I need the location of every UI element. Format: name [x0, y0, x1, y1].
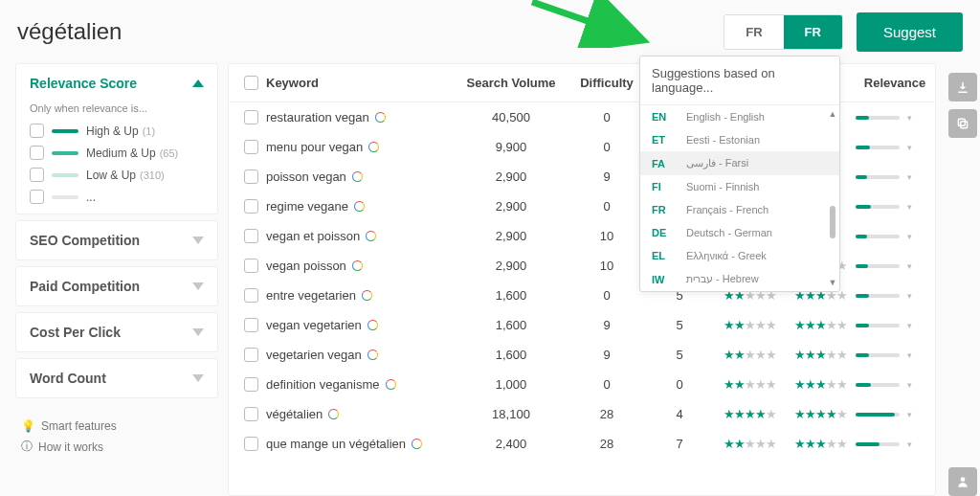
seo-rating: ★★★★★ [714, 407, 785, 421]
smart-features-link[interactable]: 💡 Smart features [21, 419, 212, 433]
chevron-down-icon[interactable]: ▾ [907, 321, 912, 330]
relevance-score-panel-header[interactable]: Relevance Score [16, 64, 217, 102]
row-checkbox[interactable] [244, 169, 258, 184]
chevron-down-icon[interactable]: ▾ [907, 440, 912, 449]
google-icon[interactable] [354, 201, 365, 212]
language-option[interactable]: EL Ελληνικά - Greek [640, 244, 839, 267]
chevron-down-icon[interactable]: ▾ [907, 410, 912, 419]
filter-checkbox[interactable] [30, 146, 44, 160]
table-row[interactable]: végétalien 18,100 28 4 ★★★★★ ★★★★★ ▾ [229, 399, 935, 429]
row-checkbox[interactable] [244, 110, 258, 124]
row-checkbox[interactable] [244, 407, 258, 421]
language-button[interactable]: FR [784, 15, 842, 49]
paid-rating: ★★★★★ [785, 318, 856, 332]
filter-count: (65) [160, 147, 179, 159]
relevance-bar [856, 442, 900, 446]
filter-checkbox[interactable] [30, 168, 44, 182]
chevron-down-icon[interactable]: ▾ [907, 291, 912, 301]
google-icon[interactable] [386, 379, 396, 390]
language-option[interactable]: FA فارسی - Farsi [640, 151, 839, 175]
results-count: 5 [645, 348, 714, 362]
seo-rating: ★★★★★ [714, 377, 785, 392]
filter-checkbox[interactable] [30, 124, 44, 138]
language-option[interactable]: IW עברית - Hebrew [640, 267, 839, 291]
difficulty: 9 [568, 318, 645, 332]
keyword-text: restauration vegan [266, 110, 369, 124]
dropdown-scrollbar[interactable]: ▲ ▼ [828, 109, 837, 287]
row-checkbox[interactable] [244, 229, 258, 243]
filter-checkbox[interactable] [30, 190, 44, 204]
row-checkbox[interactable] [244, 348, 258, 362]
chevron-down-icon[interactable]: ▾ [907, 143, 912, 152]
language-option[interactable]: DE Deutsch - German [640, 221, 839, 244]
country-button[interactable]: FR [724, 15, 783, 49]
language-code: FA [652, 158, 686, 169]
col-search-volume[interactable]: Search Volume [454, 76, 568, 90]
chevron-down-icon[interactable]: ▾ [907, 261, 912, 271]
difficulty: 0 [568, 288, 645, 303]
google-icon[interactable] [368, 349, 378, 360]
user-button[interactable] [948, 467, 977, 496]
chevron-down-icon[interactable]: ▾ [907, 232, 912, 241]
panel-header[interactable]: Cost Per Click [16, 313, 217, 351]
chevron-down-icon[interactable]: ▾ [907, 172, 912, 182]
panel-header[interactable]: Paid Competition [16, 267, 217, 305]
search-volume: 2,900 [454, 259, 568, 273]
google-icon[interactable] [352, 171, 363, 182]
download-button[interactable] [948, 73, 977, 101]
how-it-works-link[interactable]: ⓘ How it works [21, 439, 212, 455]
row-checkbox[interactable] [244, 199, 258, 214]
google-icon[interactable] [366, 231, 376, 241]
star-rating: ★★★★★ [724, 437, 776, 451]
col-keyword[interactable]: Keyword [266, 76, 454, 90]
filter-row[interactable]: Medium & Up (65) [16, 142, 217, 164]
suggest-button[interactable]: Suggest [857, 12, 963, 52]
google-icon[interactable] [412, 439, 422, 449]
panel-header[interactable]: Word Count [16, 359, 217, 397]
table-row[interactable]: vegan vegetarien 1,600 9 5 ★★★★★ ★★★★★ ▾ [229, 310, 935, 340]
row-checkbox[interactable] [244, 318, 258, 332]
star-rating: ★★★★★ [794, 348, 847, 362]
language-dropdown[interactable]: Suggestions based on language... ▲ ▼ EN … [639, 56, 840, 292]
table-row[interactable]: vegetarien vegan 1,600 9 5 ★★★★★ ★★★★★ ▾ [229, 340, 935, 370]
language-option[interactable]: FR Français - French [640, 198, 839, 221]
row-checkbox[interactable] [244, 259, 258, 273]
google-icon[interactable] [368, 142, 379, 152]
language-option[interactable]: ET Eesti - Estonian [640, 128, 839, 151]
search-volume: 9,900 [454, 140, 568, 154]
keyword-text: végétalien [266, 407, 323, 421]
keyword-text: entre vegetarien [266, 288, 356, 303]
col-difficulty[interactable]: Difficulty [568, 76, 645, 90]
how-it-works-label: How it works [38, 440, 103, 454]
col-relevance[interactable]: Relevance [856, 76, 934, 90]
panel-header[interactable]: SEO Competition [16, 221, 217, 259]
scroll-up-icon[interactable]: ▲ [829, 109, 837, 119]
paid-rating: ★★★★★ [785, 348, 856, 362]
table-row[interactable]: que mange un végétalien 2,400 28 7 ★★★★★… [229, 429, 935, 459]
filter-row[interactable]: High & Up (1) [16, 120, 217, 142]
chevron-down-icon[interactable]: ▾ [907, 113, 912, 123]
language-option[interactable]: FI Suomi - Finnish [640, 175, 839, 198]
chevron-down-icon[interactable]: ▾ [907, 202, 912, 212]
row-checkbox[interactable] [244, 140, 258, 154]
row-checkbox[interactable] [244, 288, 258, 303]
copy-button[interactable] [948, 109, 977, 138]
google-icon[interactable] [328, 409, 339, 419]
google-icon[interactable] [352, 260, 363, 271]
google-icon[interactable] [375, 112, 386, 123]
star-rating: ★★★★★ [724, 348, 776, 362]
scroll-down-icon[interactable]: ▼ [829, 278, 837, 287]
scroll-thumb[interactable] [830, 206, 835, 238]
filter-row[interactable]: ... [16, 186, 217, 214]
google-icon[interactable] [368, 320, 378, 330]
row-checkbox[interactable] [244, 437, 258, 451]
chevron-down-icon[interactable]: ▾ [907, 350, 912, 360]
filter-row[interactable]: Low & Up (310) [16, 164, 217, 186]
chevron-down-icon[interactable]: ▾ [907, 380, 912, 390]
search-term[interactable]: végétalien [17, 18, 724, 45]
row-checkbox[interactable] [244, 377, 258, 392]
table-row[interactable]: definition veganisme 1,000 0 0 ★★★★★ ★★★… [229, 370, 935, 399]
select-all-checkbox[interactable] [244, 76, 258, 90]
google-icon[interactable] [362, 290, 372, 301]
language-option[interactable]: EN English - English [640, 105, 839, 128]
